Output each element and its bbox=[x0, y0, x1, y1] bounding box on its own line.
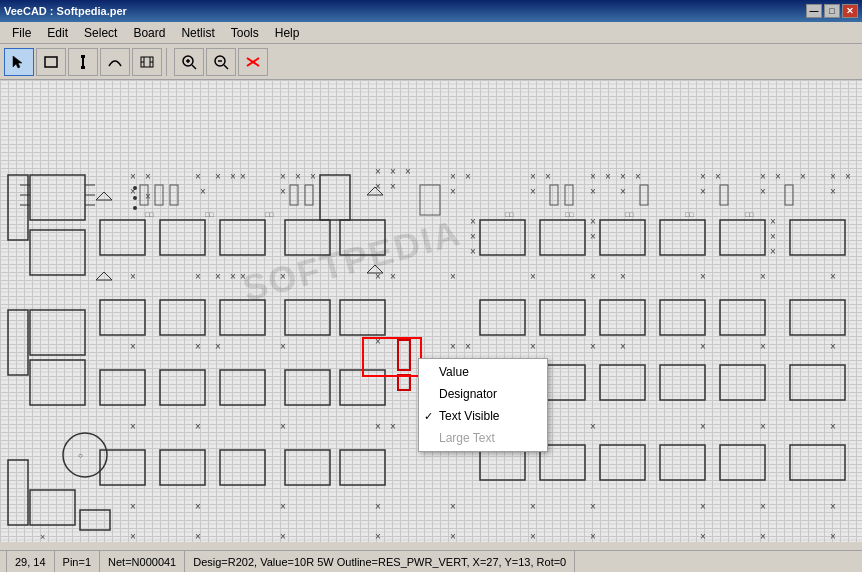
svg-text:×: × bbox=[770, 246, 776, 257]
svg-text:×: × bbox=[465, 171, 471, 182]
svg-text:×: × bbox=[620, 341, 626, 352]
svg-text:×: × bbox=[700, 271, 706, 282]
svg-text:×: × bbox=[200, 186, 206, 197]
svg-text:×: × bbox=[590, 186, 596, 197]
context-menu-text-visible[interactable]: Text Visible bbox=[419, 405, 547, 427]
svg-text:×: × bbox=[590, 171, 596, 182]
svg-rect-19 bbox=[0, 80, 862, 542]
svg-text:×: × bbox=[195, 421, 201, 432]
status-component: Desig=R202, Value=10R 5W Outline=RES_PWR… bbox=[185, 551, 575, 572]
close-button[interactable]: ✕ bbox=[842, 4, 858, 18]
svg-text:×: × bbox=[375, 531, 381, 542]
minimize-button[interactable]: — bbox=[806, 4, 822, 18]
titlebar-title: VeeCAD : Softpedia.per bbox=[4, 5, 127, 17]
svg-text:×: × bbox=[390, 181, 396, 192]
svg-text:×: × bbox=[280, 186, 286, 197]
svg-text:×: × bbox=[635, 171, 641, 182]
svg-text:×: × bbox=[130, 531, 136, 542]
svg-text:×: × bbox=[405, 166, 411, 177]
svg-text:×: × bbox=[830, 531, 836, 542]
svg-text:×: × bbox=[590, 271, 596, 282]
svg-text:×: × bbox=[700, 531, 706, 542]
svg-text:×: × bbox=[830, 186, 836, 197]
canvas-area[interactable]: × × × × × × × × × × × × × × × × × × × × … bbox=[0, 80, 862, 542]
svg-text:□□: □□ bbox=[265, 211, 274, 218]
svg-text:×: × bbox=[530, 501, 536, 512]
svg-text:×: × bbox=[605, 171, 611, 182]
context-menu-designator[interactable]: Designator bbox=[419, 383, 547, 405]
context-menu-large-text[interactable]: Large Text bbox=[419, 427, 547, 449]
context-menu-value[interactable]: Value bbox=[419, 361, 547, 383]
svg-text:×: × bbox=[590, 531, 596, 542]
svg-text:×: × bbox=[195, 531, 201, 542]
svg-rect-3 bbox=[81, 66, 85, 69]
svg-text:×: × bbox=[715, 171, 721, 182]
svg-text:×: × bbox=[450, 271, 456, 282]
status-pin-text: Pin=1 bbox=[63, 556, 91, 568]
svg-text:×: × bbox=[450, 186, 456, 197]
svg-text:×: × bbox=[230, 271, 236, 282]
svg-text:×: × bbox=[530, 341, 536, 352]
svg-text:×: × bbox=[390, 166, 396, 177]
menu-help[interactable]: Help bbox=[267, 24, 308, 42]
svg-text:×: × bbox=[700, 341, 706, 352]
svg-text:×: × bbox=[590, 231, 596, 242]
svg-text:×: × bbox=[830, 501, 836, 512]
svg-text:×: × bbox=[700, 501, 706, 512]
svg-text:□□: □□ bbox=[565, 211, 574, 218]
svg-point-213 bbox=[133, 196, 137, 200]
svg-text:×: × bbox=[40, 532, 45, 542]
menu-netlist[interactable]: Netlist bbox=[173, 24, 222, 42]
svg-text:×: × bbox=[130, 421, 136, 432]
menu-board[interactable]: Board bbox=[125, 24, 173, 42]
app-title: VeeCAD : Softpedia.per bbox=[4, 5, 127, 17]
svg-text:×: × bbox=[240, 271, 246, 282]
maximize-button[interactable]: □ bbox=[824, 4, 840, 18]
tool-select-arrow[interactable] bbox=[4, 48, 34, 76]
svg-text:×: × bbox=[700, 421, 706, 432]
menu-edit[interactable]: Edit bbox=[39, 24, 76, 42]
menu-tools[interactable]: Tools bbox=[223, 24, 267, 42]
tool-draw[interactable] bbox=[100, 48, 130, 76]
svg-text:×: × bbox=[390, 271, 396, 282]
svg-text:×: × bbox=[375, 421, 381, 432]
svg-text:×: × bbox=[280, 171, 286, 182]
svg-text:×: × bbox=[450, 171, 456, 182]
svg-text:□□: □□ bbox=[205, 211, 214, 218]
status-net: Net=N000041 bbox=[100, 551, 185, 572]
tool-component[interactable] bbox=[132, 48, 162, 76]
svg-text:×: × bbox=[215, 271, 221, 282]
svg-text:×: × bbox=[590, 421, 596, 432]
context-menu: Value Designator Text Visible Large Text bbox=[418, 358, 548, 452]
svg-text:×: × bbox=[770, 231, 776, 242]
statusbar: 29, 14 Pin=1 Net=N000041 Desig=R202, Val… bbox=[0, 550, 862, 572]
svg-text:×: × bbox=[130, 271, 136, 282]
svg-text:×: × bbox=[760, 501, 766, 512]
menu-file[interactable]: File bbox=[4, 24, 39, 42]
svg-text:×: × bbox=[130, 341, 136, 352]
status-position: 29, 14 bbox=[6, 551, 55, 572]
status-net-text: Net=N000041 bbox=[108, 556, 176, 568]
svg-text:×: × bbox=[375, 166, 381, 177]
svg-text:□□: □□ bbox=[625, 211, 634, 218]
svg-text:×: × bbox=[195, 271, 201, 282]
tool-select-rect[interactable] bbox=[36, 48, 66, 76]
svg-text:×: × bbox=[620, 171, 626, 182]
svg-text:×: × bbox=[845, 171, 851, 182]
svg-text:×: × bbox=[240, 171, 246, 182]
svg-text:×: × bbox=[760, 341, 766, 352]
tool-zoom-out[interactable] bbox=[206, 48, 236, 76]
svg-line-14 bbox=[224, 65, 228, 69]
svg-text:×: × bbox=[830, 271, 836, 282]
svg-text:×: × bbox=[130, 501, 136, 512]
svg-text:×: × bbox=[310, 171, 316, 182]
svg-text:×: × bbox=[280, 341, 286, 352]
svg-text:×: × bbox=[375, 501, 381, 512]
svg-text:×: × bbox=[760, 271, 766, 282]
menu-select[interactable]: Select bbox=[76, 24, 125, 42]
svg-text:×: × bbox=[470, 216, 476, 227]
tool-place-wire[interactable] bbox=[68, 48, 98, 76]
tool-eraser[interactable] bbox=[238, 48, 268, 76]
tool-zoom-in[interactable] bbox=[174, 48, 204, 76]
context-menu-designator-label: Designator bbox=[439, 387, 497, 401]
